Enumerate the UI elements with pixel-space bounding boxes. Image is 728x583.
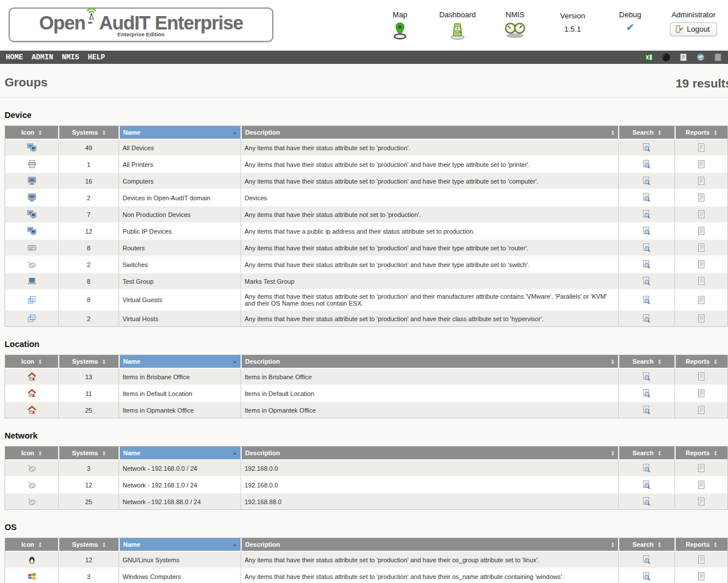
report-icon[interactable] [696, 260, 706, 269]
report-icon[interactable] [696, 143, 706, 153]
search-icon[interactable] [642, 176, 651, 186]
column-header-description[interactable]: Description▲▼ [241, 538, 618, 551]
column-header-name[interactable]: Name▲ [119, 126, 241, 139]
column-header-search[interactable]: Search▲▼ [618, 355, 674, 368]
globe-export-icon[interactable] [696, 53, 705, 62]
name-cell[interactable]: Items in Opmantek Office [119, 401, 241, 418]
search-icon[interactable] [642, 276, 651, 286]
name-cell[interactable]: Items in Brisbane Office [119, 368, 241, 384]
dashboard-icon[interactable] [448, 21, 467, 41]
name-cell[interactable]: Non Production Devices [119, 205, 241, 222]
report-icon[interactable] [696, 243, 706, 253]
name-cell[interactable]: Devices in Open-AudIT domain [119, 189, 241, 205]
nav-item-admin[interactable]: ADMIN [32, 54, 54, 62]
search-icon[interactable] [642, 388, 651, 398]
column-header-systems[interactable]: Systems▲▼ [58, 447, 119, 459]
report-icon[interactable] [696, 571, 706, 581]
name-cell[interactable]: Computers [119, 172, 241, 189]
report-icon[interactable] [696, 176, 706, 186]
column-header-description[interactable]: Description▲▼ [241, 126, 618, 139]
column-header-reports[interactable]: Reports▲▼ [674, 126, 727, 139]
column-header-description[interactable]: Description▲▼ [241, 447, 618, 459]
name-cell[interactable]: Network - 192.168.1.0 / 24 [119, 476, 241, 493]
report-icon[interactable] [696, 405, 706, 415]
debug-toggle[interactable]: Debug ✔ [601, 10, 659, 33]
report-icon[interactable] [696, 372, 706, 382]
column-header-systems[interactable]: Systems▲▼ [58, 538, 119, 551]
report-icon[interactable] [696, 295, 706, 305]
report-icon[interactable] [696, 463, 706, 473]
name-cell[interactable]: Windows Computers [119, 567, 241, 583]
report-icon[interactable] [696, 276, 706, 286]
column-header-name[interactable]: Name▲ [119, 355, 241, 368]
name-cell[interactable]: Virtual Hosts [119, 310, 241, 326]
column-header-icon[interactable]: Icon▲▼ [5, 447, 58, 459]
debug-check-icon[interactable]: ✔ [626, 22, 634, 33]
report-icon[interactable] [696, 209, 706, 219]
search-icon[interactable] [642, 555, 651, 565]
nav-item-home[interactable]: HOME [6, 54, 23, 62]
column-header-systems[interactable]: Systems▲▼ [58, 126, 119, 139]
pdf-export-icon[interactable] [714, 53, 722, 62]
name-cell[interactable]: Switches [119, 256, 241, 272]
column-header-reports[interactable]: Reports▲▼ [674, 355, 727, 368]
report-icon[interactable] [696, 314, 706, 323]
logout-button[interactable]: Logout [670, 22, 718, 36]
name-cell[interactable]: Network - 192.168.88.0 / 24 [119, 493, 241, 509]
column-header-search[interactable]: Search▲▼ [618, 538, 674, 551]
search-icon[interactable] [642, 372, 651, 382]
group-section: OS Icon▲▼ Systems▲▼ Name▲ Description▲▼ … [0, 523, 728, 583]
nav-item-help[interactable]: HELP [88, 54, 105, 62]
map-pin-icon[interactable] [391, 21, 409, 41]
name-cell[interactable]: Public IP Devices [119, 222, 241, 239]
name-cell[interactable]: Test Group [119, 272, 241, 289]
search-icon[interactable] [642, 260, 651, 269]
column-header-reports[interactable]: Reports▲▼ [674, 538, 727, 551]
search-icon[interactable] [642, 405, 651, 415]
name-cell[interactable]: Virtual Guests [119, 289, 241, 310]
search-icon[interactable] [642, 193, 651, 203]
nmis-link[interactable]: NMIS [486, 10, 544, 41]
dashboard-link[interactable]: Dashboard [429, 10, 486, 41]
report-icon[interactable] [696, 497, 706, 506]
name-cell[interactable]: All Printers [119, 155, 241, 172]
report-icon[interactable] [696, 226, 706, 236]
excel-export-icon[interactable] [645, 53, 653, 62]
map-link[interactable]: Map [371, 10, 429, 41]
report-icon[interactable] [696, 159, 706, 169]
report-icon[interactable] [696, 555, 706, 565]
search-icon[interactable] [642, 159, 651, 169]
name-cell[interactable]: All Devices [119, 139, 241, 155]
column-header-search[interactable]: Search▲▼ [618, 447, 674, 459]
search-icon[interactable] [642, 480, 651, 490]
name-cell[interactable]: GNU/Linux Systems [119, 551, 241, 567]
search-icon[interactable] [642, 463, 651, 473]
report-icon[interactable] [696, 388, 706, 398]
column-header-name[interactable]: Name▲ [119, 447, 241, 459]
name-cell[interactable]: Network - 192.168.0.0 / 24 [119, 459, 241, 476]
search-icon[interactable] [642, 497, 651, 506]
column-header-name[interactable]: Name▲ [119, 538, 241, 551]
nav-item-nmis[interactable]: NMIS [62, 54, 79, 62]
search-icon[interactable] [642, 143, 651, 153]
report-icon[interactable] [696, 193, 706, 203]
column-header-reports[interactable]: Reports▲▼ [674, 447, 727, 459]
search-icon[interactable] [642, 226, 651, 236]
search-icon[interactable] [642, 209, 651, 219]
search-icon[interactable] [642, 571, 651, 581]
column-header-description[interactable]: Description▲▼ [241, 355, 618, 368]
column-header-systems[interactable]: Systems▲▼ [58, 355, 119, 368]
search-icon[interactable] [642, 295, 651, 305]
column-header-icon[interactable]: Icon▲▼ [5, 538, 58, 551]
column-header-icon[interactable]: Icon▲▼ [5, 126, 58, 139]
search-icon[interactable] [642, 314, 651, 323]
sphere-icon[interactable] [662, 53, 670, 62]
text-export-icon[interactable] [679, 53, 688, 62]
column-header-icon[interactable]: Icon▲▼ [5, 355, 58, 368]
gauges-icon[interactable] [504, 21, 527, 41]
column-header-search[interactable]: Search▲▼ [618, 126, 674, 139]
name-cell[interactable]: Items in Default Location [119, 384, 241, 401]
name-cell[interactable]: Routers [119, 239, 241, 256]
report-icon[interactable] [696, 480, 706, 490]
search-icon[interactable] [642, 243, 651, 253]
